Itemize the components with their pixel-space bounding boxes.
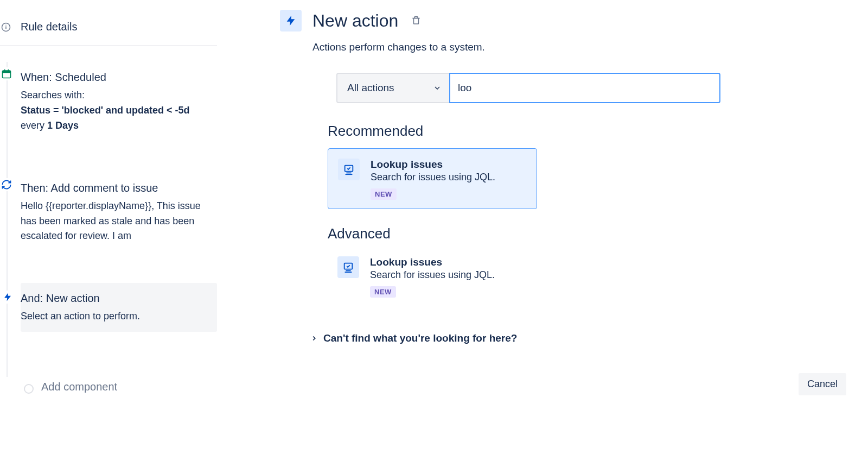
action-card-lookup-issues-advanced[interactable]: Lookup issues Search for issues using JQ… <box>328 251 537 303</box>
help-text: Can't find what you're looking for here? <box>323 332 517 344</box>
add-component-label: Add component <box>41 381 117 393</box>
lightning-icon <box>280 10 302 31</box>
timeline-node-and[interactable]: And: New action Select an action to perf… <box>21 283 217 332</box>
svg-rect-7 <box>414 18 419 24</box>
lookup-issues-icon <box>338 159 360 180</box>
rule-details-row[interactable]: Rule details <box>0 21 217 46</box>
new-badge: NEW <box>371 188 397 200</box>
main-header: New action <box>280 10 846 31</box>
dropdown-label: All actions <box>347 82 394 94</box>
page-title: New action <box>312 11 398 31</box>
card-content: Lookup issues Search for issues using JQ… <box>370 256 495 298</box>
help-expand[interactable]: Can't find what you're looking for here? <box>310 332 846 344</box>
card-desc: Search for issues using JQL. <box>371 172 495 183</box>
lookup-issues-icon <box>337 256 359 278</box>
section-recommended-title: Recommended <box>328 123 846 140</box>
when-every-prefix: every <box>21 120 47 131</box>
refresh-icon <box>0 178 13 191</box>
actions-category-dropdown[interactable]: All actions <box>336 73 450 103</box>
rule-sidebar: Rule details When: Scheduled Searches wi… <box>0 0 217 454</box>
when-body: Searches with: Status = 'blocked' and up… <box>21 88 212 134</box>
action-card-lookup-issues[interactable]: Lookup issues Search for issues using JQ… <box>328 148 537 209</box>
rule-timeline: When: Scheduled Searches with: Status = … <box>0 62 217 393</box>
then-body: Hello {{reporter.displayName}}, This iss… <box>21 199 212 244</box>
calendar-icon <box>0 67 13 80</box>
then-title: Then: Add comment to issue <box>21 180 212 196</box>
info-icon <box>1 22 11 32</box>
card-content: Lookup issues Search for issues using JQ… <box>371 159 495 200</box>
action-search-input[interactable] <box>449 73 720 103</box>
filter-row: All actions <box>336 73 720 103</box>
lightning-icon <box>1 291 14 304</box>
when-every-value: 1 Days <box>47 120 79 131</box>
section-advanced-title: Advanced <box>328 225 846 242</box>
cancel-button[interactable]: Cancel <box>799 373 846 395</box>
when-searches-label: Searches with: <box>21 90 85 100</box>
page-subtitle: Actions perform changes to a system. <box>312 41 846 53</box>
delete-button[interactable] <box>409 14 423 28</box>
and-title: And: New action <box>21 291 212 306</box>
timeline-node-then[interactable]: Then: Add comment to issue Hello {{repor… <box>21 173 217 252</box>
and-body: Select an action to perform. <box>21 309 212 324</box>
card-title: Lookup issues <box>370 256 495 268</box>
chevron-down-icon <box>433 84 442 92</box>
svg-rect-4 <box>3 71 11 73</box>
main-panel: New action Actions perform changes to a … <box>217 0 868 454</box>
card-desc: Search for issues using JQL. <box>370 269 495 281</box>
when-jql: Status = 'blocked' and updated < -5d <box>21 105 190 116</box>
timeline-node-when[interactable]: When: Scheduled Searches with: Status = … <box>21 62 217 141</box>
rule-details-label: Rule details <box>21 21 78 33</box>
add-component-button[interactable]: Add component <box>21 381 217 393</box>
new-badge: NEW <box>370 286 396 298</box>
svg-point-2 <box>5 24 7 26</box>
trash-icon <box>411 16 421 26</box>
card-title: Lookup issues <box>371 159 495 171</box>
chevron-right-icon <box>310 335 318 342</box>
when-title: When: Scheduled <box>21 70 212 85</box>
